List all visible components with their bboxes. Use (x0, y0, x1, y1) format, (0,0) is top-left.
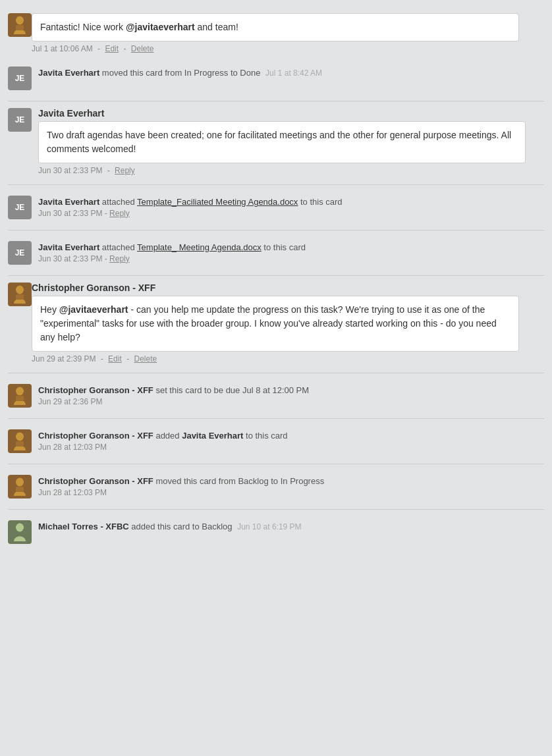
activity-meta: Jun 30 at 2:33 PM - Reply (38, 209, 544, 218)
activity-meta: Jun 28 at 12:03 PM (38, 443, 544, 452)
edit-link[interactable]: Edit (105, 44, 119, 53)
comment-content: Fantastic! Nice work @javitaeverhart and… (32, 13, 544, 53)
reply-link[interactable]: Reply (109, 254, 130, 263)
author-name: Christopher Goranson - XFF (38, 431, 153, 441)
timestamp: Jun 29 at 2:36 PM (38, 397, 102, 406)
comment-text: Hey @javitaeverhart - can you help me up… (40, 304, 497, 342)
avatar: JE (8, 67, 32, 90)
mention: @javitaeverhart (126, 22, 195, 32)
author-name: Michael Torres - XFBC (38, 522, 129, 531)
delete-link[interactable]: Delete (131, 44, 154, 53)
activity-text: Javita Everhart moved this card from In … (38, 68, 322, 78)
comment-text: Fantastic! Nice work @javitaeverhart and… (40, 22, 238, 32)
activity-text: Christopher Goranson - XFF added Javita … (38, 431, 288, 441)
inline-content: Christopher Goranson - XFF moved this ca… (38, 475, 544, 497)
svg-rect-1 (16, 25, 24, 30)
comment-bubble: Fantastic! Nice work @javitaeverhart and… (32, 13, 519, 41)
activity-inline-item: Christopher Goranson - XFF set this card… (8, 380, 544, 412)
timestamp: Jun 30 at 2:33 PM (38, 254, 102, 263)
activity-feed: Fantastic! Nice work @javitaeverhart and… (0, 8, 552, 560)
comment-meta: Jun 29 at 2:39 PM - Edit - Delete (32, 354, 544, 364)
author-name: Javita Everhart (38, 242, 99, 252)
timestamp: Jun 28 at 12:03 PM (38, 488, 107, 497)
avatar (8, 475, 32, 499)
activity-text: Javita Everhart attached Template_Facili… (38, 197, 343, 207)
avatar: JE (8, 196, 32, 219)
comment-text: Two draft agendas have been created; one… (47, 130, 511, 154)
svg-rect-3 (16, 294, 24, 300)
author-name: Javita Everhart (38, 108, 544, 119)
divider (8, 275, 544, 276)
activity-item: Fantastic! Nice work @javitaeverhart and… (8, 13, 544, 53)
file-link[interactable]: Template_Faciliated Meeting Agenda.docx (137, 197, 298, 207)
svg-point-4 (16, 387, 24, 396)
author-name: Javita Everhart (38, 197, 99, 207)
activity-item: JE Javita Everhart Two draft agendas hav… (8, 108, 544, 175)
inline-content: Javita Everhart attached Template_Facili… (38, 196, 544, 218)
avatar (8, 13, 32, 37)
activity-text: Christopher Goranson - XFF moved this ca… (38, 476, 324, 486)
comment-meta: Jul 1 at 10:06 AM - Edit - Delete (32, 44, 544, 53)
activity-text: Christopher Goranson - XFF set this card… (38, 385, 309, 395)
activity-text: Michael Torres - XFBC added this card to… (38, 522, 302, 531)
added-person: Javita Everhart (182, 431, 243, 441)
svg-point-6 (16, 433, 24, 441)
edit-link[interactable]: Edit (108, 354, 122, 364)
author-name: Christopher Goranson - XFF (38, 476, 153, 486)
inline-content: Michael Torres - XFBC added this card to… (38, 520, 544, 533)
timestamp: Jul 1 at 10:06 AM (32, 44, 93, 53)
avatar (8, 384, 32, 408)
avatar (8, 429, 32, 453)
divider (8, 230, 544, 230)
svg-rect-7 (16, 441, 24, 446)
avatar: JE (8, 108, 32, 132)
comment-meta: Jun 30 at 2:33 PM - Reply (38, 166, 544, 175)
divider (8, 373, 544, 373)
avatar (8, 283, 32, 306)
author-name: Christopher Goranson - XFF (32, 283, 544, 293)
activity-inline-item: Christopher Goranson - XFF added Javita … (8, 425, 544, 457)
divider (8, 418, 544, 419)
svg-point-2 (16, 286, 24, 294)
activity-inline-item: JE Javita Everhart attached Template_Fac… (8, 192, 544, 223)
divider (8, 184, 544, 185)
timestamp: Jun 28 at 12:03 PM (38, 443, 107, 452)
activity-item: Christopher Goranson - XFF Hey @javitaev… (8, 283, 544, 364)
timestamp: Jul 1 at 8:42 AM (265, 68, 322, 78)
author-name: Christopher Goranson - XFF (38, 385, 153, 395)
activity-meta: Jun 28 at 12:03 PM (38, 488, 544, 497)
activity-meta: Jun 29 at 2:36 PM (38, 397, 544, 406)
comment-content: Christopher Goranson - XFF Hey @javitaev… (32, 283, 544, 364)
avatar: JE (8, 241, 32, 265)
activity-inline-item: Christopher Goranson - XFF moved this ca… (8, 471, 544, 502)
timestamp: Jun 29 at 2:39 PM (32, 354, 96, 364)
svg-point-0 (16, 16, 24, 25)
divider (8, 101, 544, 101)
reply-link[interactable]: Reply (115, 166, 135, 175)
activity-inline-item: Michael Torres - XFBC added this card to… (8, 516, 544, 548)
svg-rect-5 (16, 396, 24, 401)
activity-text: Javita Everhart attached Template_ Meeti… (38, 242, 306, 252)
timestamp: Jun 30 at 2:33 PM (38, 166, 102, 175)
comment-bubble: Two draft agendas have been created; one… (38, 121, 526, 163)
inline-content: Christopher Goranson - XFF added Javita … (38, 429, 544, 452)
svg-point-10 (16, 524, 24, 532)
svg-point-8 (16, 478, 24, 487)
inline-content: Christopher Goranson - XFF set this card… (38, 384, 544, 406)
file-link[interactable]: Template_ Meeting Agenda.docx (137, 242, 262, 252)
activity-inline-item: JE Javita Everhart attached Template_ Me… (8, 237, 544, 269)
avatar (8, 520, 32, 544)
timestamp: Jun 30 at 2:33 PM (38, 209, 102, 218)
inline-content: Javita Everhart attached Template_ Meeti… (38, 241, 544, 263)
activity-meta: Jun 30 at 2:33 PM - Reply (38, 254, 544, 263)
comment-bubble: Hey @javitaeverhart - can you help me up… (32, 296, 519, 352)
delete-link[interactable]: Delete (134, 354, 157, 364)
svg-rect-9 (16, 487, 24, 492)
activity-inline-item: JE Javita Everhart moved this card from … (8, 63, 544, 94)
comment-content: Javita Everhart Two draft agendas have b… (38, 108, 544, 175)
divider (8, 464, 544, 464)
timestamp: Jun 10 at 6:19 PM (237, 522, 301, 531)
author-name: Javita Everhart (38, 68, 99, 78)
mention: @javitaeverhart (59, 304, 128, 315)
reply-link[interactable]: Reply (109, 209, 130, 218)
